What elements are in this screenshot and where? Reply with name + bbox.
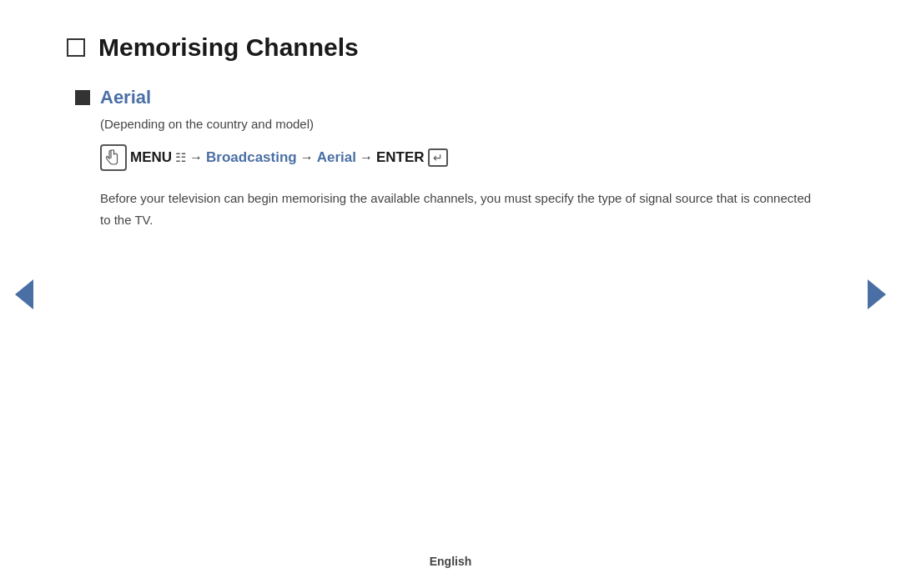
nav-arrow-right[interactable]	[868, 279, 886, 309]
arrow-3: →	[360, 150, 373, 165]
arrow-1: →	[189, 150, 203, 165]
section-header: Aerial	[75, 87, 834, 108]
enter-keyword: ENTER	[376, 149, 425, 166]
footer-language: English	[430, 555, 472, 568]
section-title: Aerial	[100, 87, 151, 108]
enter-icon: ↵	[428, 148, 448, 167]
menu-path: MENU ☷ → Broadcasting → Aerial → ENTER ↵	[100, 144, 834, 171]
arrow-2: →	[300, 150, 314, 165]
menu-keyword: MENU	[130, 149, 172, 166]
section-aerial: Aerial (Depending on the country and mod…	[75, 87, 834, 230]
section-subtitle: (Depending on the country and model)	[100, 117, 834, 131]
nav-arrow-left[interactable]	[15, 279, 33, 309]
menu-path-line: MENU ☷ → Broadcasting → Aerial → ENTER ↵	[100, 144, 448, 171]
broadcasting-link: Broadcasting	[206, 149, 297, 166]
page-content: Memorising Channels Aerial (Depending on…	[0, 0, 901, 264]
menu-hand-icon	[100, 144, 127, 171]
page-title: Memorising Channels	[98, 33, 359, 62]
title-checkbox-icon	[67, 38, 85, 57]
page-title-row: Memorising Channels	[67, 33, 834, 62]
aerial-link: Aerial	[317, 149, 356, 166]
section-bullet-icon	[75, 90, 90, 105]
section-description: Before your television can begin memoris…	[100, 188, 818, 230]
menu-grid-icon: ☷	[175, 150, 186, 165]
